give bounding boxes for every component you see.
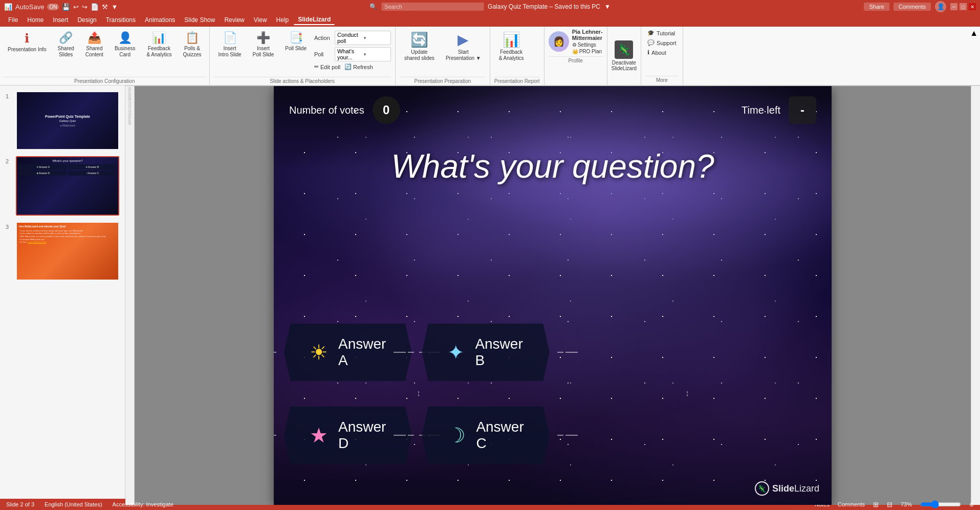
settings-button[interactable]: ⚙ Settings [572,42,596,48]
menu-review[interactable]: Review [220,15,248,25]
qat-undo[interactable]: ↩ [73,3,79,11]
comments-button[interactable]: Comments [894,3,931,11]
answer-option-a[interactable]: ☀ Answer A [284,324,411,381]
slide-thumbnail-content-1: PowerPoint Quiz Template Galaxy Quiz ● S… [17,92,118,149]
vote-count-badge: 0 [373,96,400,124]
refresh-icon: 🔄 [344,63,352,70]
slide-thumb-3[interactable]: 3 Use SlideLizard and elevate your Quiz!… [4,220,121,282]
title-bar: 📊 AutoSave ON 💾 ↩ ↪ 📄 ⚒ ▼ 🔍 Galaxy Quiz … [0,0,980,13]
menu-slidelizard[interactable]: SlideLizard [294,15,335,25]
answer-a-icon: ☀ [310,341,328,364]
menu-insert[interactable]: Insert [49,15,72,25]
about-icon: ℹ [647,49,649,56]
edit-poll-button[interactable]: ✏ Edit poll [314,63,340,70]
ribbon-btn-feedback-analytics[interactable]: 📊 Feedback& Analytics [142,29,176,60]
profile-avatar[interactable]: 👩 [549,31,569,52]
qat-tools[interactable]: ⚒ [102,3,108,11]
main-slide[interactable]: Number of votes 0 Time left - [274,86,832,505]
deactivate-label: Deactivate SlideLizard [612,60,637,71]
action-dropdown[interactable]: Conduct poll ▼ [335,31,391,45]
comments-btn-status[interactable]: Comments [838,501,865,507]
ribbon-btn-presentation-info[interactable]: ℹ Presentation Info [3,29,51,55]
tutorial-button[interactable]: 🎓 Tutorial [645,29,679,37]
qat-new[interactable]: 📄 [91,3,99,11]
ribbon-btn-insert-poll-slide[interactable]: ➕ InsertPoll Slide [248,29,279,60]
slide-question[interactable]: What's your question? [294,147,811,185]
answers-container: ☀ Answer A [284,324,821,464]
answer-option-b[interactable]: ✦ Answer B [422,324,549,381]
vote-count-label: Number of votes [289,104,364,116]
menu-view[interactable]: View [250,15,271,25]
zoom-slider[interactable] [920,500,961,508]
slide-1-subtitle: Galaxy Quiz [59,119,76,122]
share-button[interactable]: Share [864,3,889,11]
ribbon-group-label-profile: Profile [549,56,603,63]
deactivate-button[interactable]: 🦎 [615,40,633,59]
action-row: Action Conduct poll ▼ [314,31,391,45]
menu-transitions[interactable]: Transitions [102,15,140,25]
slide-1-brand: ● SlideLizard [60,124,75,127]
menu-slideshow[interactable]: Slide Show [180,15,219,25]
slide-canvas[interactable]: Number of votes 0 Time left - [135,86,971,505]
menu-help[interactable]: Help [272,15,293,25]
menu-home[interactable]: Home [23,15,48,25]
deactivate-icon-symbol: 🦎 [618,44,630,56]
ribbon-btn-shared-slides[interactable]: 🔗 SharedSlides [53,29,79,60]
presentation-info-icon: ℹ [25,31,29,46]
autosave-toggle[interactable]: ON [47,4,59,10]
about-button[interactable]: ℹ About [645,48,679,57]
restore-button[interactable]: □ [960,3,967,10]
title-dropdown-icon[interactable]: ▼ [604,3,611,10]
qat-autosave[interactable]: AutoSave [15,3,44,11]
ribbon-btn-update-shared[interactable]: 🔄 Updateshared slides [400,29,439,64]
ribbon-collapse-button[interactable]: ▲ [968,27,980,40]
shared-slides-icon: 🔗 [59,31,73,45]
poll-dropdown[interactable]: What's your... ▼ [335,47,391,61]
view-normal-icon[interactable]: ⊞ [873,501,879,508]
language-info: English (United States) [45,501,102,507]
ribbon-btn-start-presentation[interactable]: ▶ StartPresentation ▼ [441,29,486,64]
slide-thumb-2[interactable]: 2 What's your question? ☀ Answer A ✦ Ans… [4,155,121,217]
edit-poll-label: Edit poll [320,64,340,70]
ribbon-btn-insert-intro-slide[interactable]: 📄 InsertIntro Slide [214,29,246,60]
brand-icon: 🦎 [755,481,769,496]
ribbon-btn-business-card[interactable]: 👤 BusinessCard [110,29,140,60]
fit-page-button[interactable]: ⊕ [969,501,974,508]
view-fit-icon[interactable]: ⊟ [887,501,892,508]
menu-file[interactable]: File [4,15,22,25]
answer-c-shape: ☽ Answer C [422,407,549,464]
ribbon-btn-report-feedback[interactable]: 📊 Feedback& Analytics [494,29,529,64]
slide-thumbnail-3[interactable]: Use SlideLizard and elevate your Quiz! •… [16,222,119,281]
refresh-button[interactable]: 🔄 Refresh [344,63,373,70]
support-button[interactable]: 💬 Support [645,38,679,47]
menu-bar: File Home Insert Design Transitions Anim… [0,13,980,27]
right-panel[interactable] [971,86,980,505]
qat-more[interactable]: ▼ [111,3,118,11]
insert-poll-slide-icon: ➕ [256,31,270,45]
profile-name: Pia Lehner- Mittermaier [572,29,603,41]
slide-thumbnail-2[interactable]: What's your question? ☀ Answer A ✦ Answe… [16,156,119,215]
close-button[interactable]: ✕ [969,3,976,10]
slide-thumb-1[interactable]: 1 PowerPoint Quiz Template Galaxy Quiz ●… [4,90,121,152]
qat-save[interactable]: 💾 [62,3,70,11]
ribbon-btn-poll-slide[interactable]: 📑 Poll Slide [280,29,311,54]
pro-plan-icon: 👑 [572,49,578,54]
title-search-input[interactable] [381,3,484,11]
ribbon-group-more: 🎓 Tutorial 💬 Support ℹ About More [641,27,683,85]
title-bar-left: 📊 AutoSave ON 💾 ↩ ↪ 📄 ⚒ ▼ [4,3,118,11]
pro-plan-button[interactable]: 👑 PRO Plan [572,49,602,54]
ribbon-btn-polls-quizzes[interactable]: 📋 Polls &Quizzes [178,29,206,60]
ruler-vertical: 9 8 7 6 5 4 3 2 1 0 1 2 3 4 5 6 7 8 9 [125,86,135,505]
qat-redo[interactable]: ↪ [82,3,88,11]
ribbon-btn-shared-content[interactable]: 📤 SharedContent [81,29,108,60]
menu-animations[interactable]: Animations [141,15,179,25]
user-avatar[interactable]: 👤 [935,1,946,12]
menu-design[interactable]: Design [73,15,100,25]
support-label: Support [657,40,677,46]
answer-option-d[interactable]: ★ Answer D [284,407,411,464]
ribbon-group-slide-actions: 📄 InsertIntro Slide ➕ InsertPoll Slide 📑… [210,27,396,85]
minimize-button[interactable]: ─ [950,3,957,10]
slide-thumbnail-1[interactable]: PowerPoint Quiz Template Galaxy Quiz ● S… [16,91,119,150]
slide-branding: 🦎 SlideLizard [755,481,819,496]
answer-option-c[interactable]: ☽ Answer C [422,407,549,464]
